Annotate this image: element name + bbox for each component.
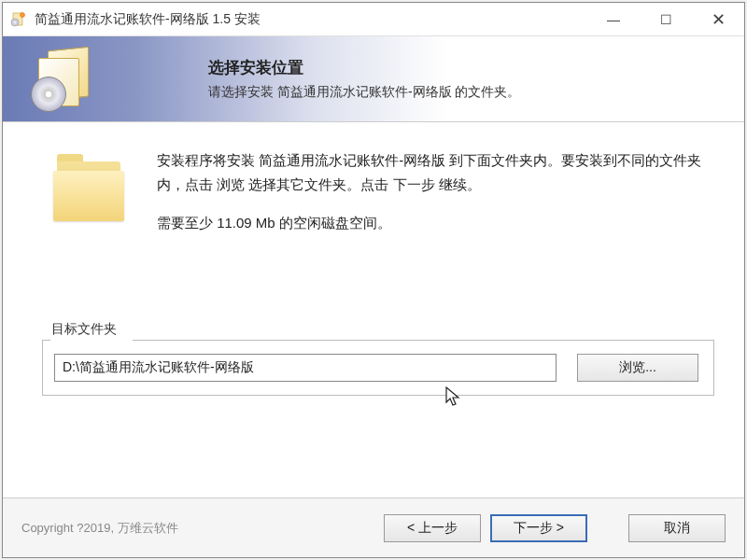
- copyright-text: Copyright ?2019, 万维云软件: [21, 520, 384, 537]
- footer: Copyright ?2019, 万维云软件 < 上一步 下一步 > 取消: [3, 497, 744, 557]
- content-area: 安装程序将安装 简益通用流水记账软件-网络版 到下面文件夹内。要安装到不同的文件…: [3, 122, 744, 497]
- header-title: 选择安装位置: [208, 57, 726, 78]
- svg-point-3: [21, 12, 25, 17]
- browse-button[interactable]: 浏览...: [577, 354, 698, 382]
- next-button[interactable]: 下一步 >: [490, 514, 587, 542]
- back-button[interactable]: < 上一步: [384, 514, 481, 542]
- maximize-button[interactable]: ☐: [640, 3, 692, 35]
- cursor-icon: [444, 385, 463, 408]
- svg-point-2: [14, 21, 16, 23]
- installer-box-icon: [31, 47, 96, 112]
- target-folder-section: 目标文件夹 浏览...: [49, 321, 707, 396]
- space-required-text: 需要至少 11.09 Mb 的空闲磁盘空间。: [157, 211, 707, 235]
- header-banner: 选择安装位置 请选择安装 简益通用流水记账软件-网络版 的文件夹。: [3, 36, 744, 122]
- installer-window: 简益通用流水记账软件-网络版 1.5 安装 — ☐ ✕ 选择安装位置 请选择安装…: [2, 2, 745, 558]
- header-subtitle: 请选择安装 简益通用流水记账软件-网络版 的文件夹。: [208, 84, 726, 101]
- target-folder-label: 目标文件夹: [51, 321, 707, 338]
- cancel-button[interactable]: 取消: [628, 514, 726, 542]
- window-title: 简益通用流水记账软件-网络版 1.5 安装: [35, 11, 587, 28]
- close-button[interactable]: ✕: [692, 3, 744, 35]
- app-icon: [10, 11, 27, 28]
- install-description: 安装程序将安装 简益通用流水记账软件-网络版 到下面文件夹内。要安装到不同的文件…: [157, 148, 707, 196]
- minimize-button[interactable]: —: [587, 3, 640, 35]
- titlebar: 简益通用流水记账软件-网络版 1.5 安装 — ☐ ✕: [3, 3, 744, 36]
- install-path-input[interactable]: [54, 354, 557, 382]
- description-text: 安装程序将安装 简益通用流水记账软件-网络版 到下面文件夹内。要安装到不同的文件…: [157, 148, 707, 250]
- folder-icon: [49, 152, 134, 236]
- window-controls: — ☐ ✕: [587, 3, 744, 35]
